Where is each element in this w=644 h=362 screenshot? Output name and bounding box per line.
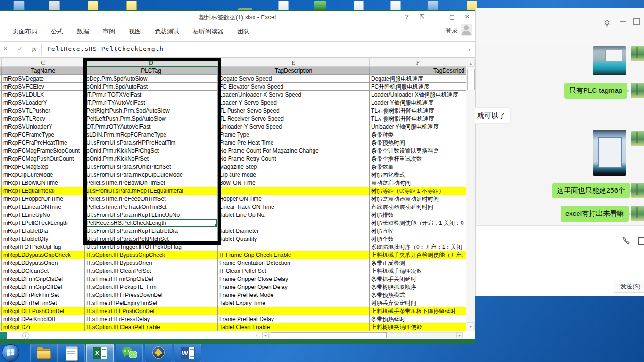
desktop-icon[interactable] bbox=[427, 1, 438, 11]
cell[interactable]: mRcpSVLDULX bbox=[2, 91, 85, 99]
cell[interactable]: TL Receiver Servo Speed bbox=[218, 115, 370, 123]
cell[interactable]: No Frame Count For Magazine Change bbox=[218, 147, 370, 155]
cell[interactable]: 条带抓手关闭延时 bbox=[370, 275, 466, 283]
cell[interactable]: 树脂长短检测使能（开启：1 关闭：0 bbox=[370, 219, 466, 227]
cell[interactable]: UI.sFromUI.sPara.mRcpClpCureMode bbox=[85, 171, 218, 179]
cell[interactable]: IT.sOption.flTFrPressDownDel bbox=[85, 291, 218, 299]
sign-in-link[interactable]: 登录 bbox=[446, 26, 458, 35]
avatar[interactable] bbox=[631, 83, 644, 98]
cell[interactable]: IT.sOption.flTCleanPelEnable bbox=[85, 323, 218, 331]
photo-message[interactable] bbox=[593, 130, 626, 176]
cell[interactable]: Bowl ON Time bbox=[218, 179, 370, 187]
cell[interactable]: mRcpSVLoaderY bbox=[2, 99, 85, 107]
taskbar-item-excel[interactable]: X bbox=[86, 344, 114, 362]
cell[interactable]: mRcpSVTLRecv bbox=[2, 115, 85, 123]
chat-bubble-incoming[interactable]: 就可以了 bbox=[472, 107, 511, 124]
scroll-down-icon[interactable]: ▼ bbox=[467, 322, 475, 330]
header-tagname[interactable]: TagName bbox=[2, 67, 85, 75]
cell[interactable]: 条带预热模式 bbox=[370, 291, 466, 299]
cell[interactable]: 条带正反检测 bbox=[370, 259, 466, 267]
formula-bar-expand-icon[interactable]: ▾ bbox=[468, 47, 471, 52]
cell[interactable] bbox=[218, 243, 370, 251]
cell[interactable]: Magazine Step bbox=[218, 163, 370, 171]
cell[interactable]: mRcpTLEqualinteral bbox=[2, 187, 85, 195]
column-header-f[interactable]: F bbox=[370, 58, 466, 67]
selected-cell[interactable]: PeltRece.sHS.PeltCheckLength bbox=[85, 219, 218, 227]
scrollbar-thumb[interactable] bbox=[467, 69, 475, 90]
cell[interactable]: 条带空推杆重试次数 bbox=[370, 155, 466, 163]
header-plctag[interactable]: PLCTag bbox=[85, 67, 218, 75]
cell[interactable]: 条带树脂抓取顺序 bbox=[370, 283, 466, 291]
cell[interactable]: Frame Gripper Close Delay bbox=[218, 275, 370, 283]
cell[interactable]: 上料机械手夹爪开合检测使能（开启: bbox=[370, 251, 466, 259]
cell[interactable]: Tablet Line Up No. bbox=[218, 211, 370, 219]
cell[interactable]: Hopper ON Time bbox=[218, 195, 370, 203]
cell[interactable]: mRcpLDFrPickTimSet bbox=[2, 291, 85, 299]
cell[interactable]: IT.sTime.rlTFrPressDelay bbox=[85, 315, 218, 323]
cell[interactable]: mRcpLDLFPushOpnDel bbox=[2, 307, 85, 315]
cell[interactable]: Pellet.sTime.rPeBowlOnTimSet bbox=[85, 179, 218, 187]
desktop-icon[interactable] bbox=[13, 1, 25, 11]
cell[interactable]: mRcpFCMagStep bbox=[2, 163, 85, 171]
cell[interactable]: mRcpLDCleanSet bbox=[2, 267, 85, 275]
cell[interactable]: 直线震动器震动延时时间 bbox=[370, 203, 466, 211]
column-header-d[interactable]: D bbox=[85, 58, 218, 67]
column-header-c[interactable]: C bbox=[2, 58, 85, 67]
cell[interactable]: mRcpLDFrRelTimSet bbox=[2, 299, 85, 307]
cell[interactable]: Pellet.sTime.rPeFeedOnTimSet bbox=[85, 195, 218, 203]
avatar[interactable] bbox=[631, 46, 644, 61]
tab-load-test[interactable]: 负载测试 bbox=[154, 25, 180, 38]
cell[interactable]: mRcpTLLineUpNo bbox=[2, 211, 85, 219]
cell[interactable]: pOnld.Prm.rKickNoFrSet bbox=[85, 155, 218, 163]
close-button[interactable]: ✕ bbox=[463, 13, 471, 20]
scrollbar-thumb[interactable] bbox=[271, 332, 387, 338]
cell[interactable]: IT.sOption.flTCleanPelSet bbox=[85, 267, 218, 275]
scroll-up-icon[interactable]: ▲ bbox=[467, 59, 475, 67]
desktop-icon[interactable] bbox=[49, 1, 60, 11]
cell[interactable]: 树脂个数 bbox=[370, 235, 466, 243]
cell[interactable]: mRcpLDFrmGripClsDel bbox=[2, 275, 85, 283]
cell[interactable]: Frame Type bbox=[218, 131, 370, 139]
avatar[interactable] bbox=[631, 131, 644, 146]
maximize-button[interactable]: ▢ bbox=[448, 13, 456, 20]
cell[interactable]: Frame Gripper Open Delay bbox=[218, 283, 370, 291]
scroll-right-icon[interactable]: ► bbox=[456, 332, 463, 338]
cell[interactable]: IT.sOption.flTBypassGripCheck bbox=[85, 251, 218, 259]
tab-formulas[interactable]: 公式 bbox=[50, 25, 64, 38]
cell[interactable] bbox=[218, 307, 370, 315]
cell[interactable]: IT.sTime.rlTFrmGripClsDel bbox=[85, 275, 218, 283]
cell[interactable]: Frame Orientation Detection bbox=[218, 259, 370, 267]
cell[interactable]: UI.sFromUI.sPara.srOnldPitchSet bbox=[85, 163, 218, 171]
cell[interactable]: mRcpClpCureMode bbox=[2, 171, 85, 179]
cell[interactable]: IT.sTime.rlTPelExpiryTimSet bbox=[85, 299, 218, 307]
minimize-button[interactable] bbox=[620, 17, 626, 22]
cell[interactable]: IT Clean Pellet Set bbox=[218, 267, 370, 275]
cell[interactable]: 系统防混批时序（0：开启；1：关闭 bbox=[370, 243, 466, 251]
cell[interactable]: Unloader Y轴伺服电机速度 bbox=[370, 123, 466, 131]
cell[interactable]: mRcpFCMagFrameStopCount bbox=[2, 147, 85, 155]
vertical-scrollbar[interactable]: ▲ ▼ bbox=[466, 58, 475, 331]
scroll-left-icon[interactable]: ◄ bbox=[262, 332, 269, 338]
tab-foxit-reader[interactable]: 福昕阅读器 bbox=[192, 25, 224, 38]
cell[interactable]: 树脂固化模式 bbox=[370, 171, 466, 179]
cell[interactable]: mRcpTLHopperOnTime bbox=[2, 195, 85, 203]
insert-function-icon[interactable]: fx bbox=[32, 45, 36, 53]
scrollbar-grip[interactable]: ⋮ bbox=[255, 333, 259, 337]
cell[interactable]: UI.sFromUI.sPara.srHPPreHeatTim bbox=[85, 139, 218, 147]
desktop-icon[interactable] bbox=[390, 1, 401, 11]
cell[interactable]: pDeg.Prm.SpdAutoSlow bbox=[85, 75, 218, 83]
cell[interactable]: IT.Prm.rITYAutoVelFast bbox=[85, 99, 218, 107]
cell[interactable]: Linear Track ON Time bbox=[218, 203, 370, 211]
cell[interactable]: mRcpLDZi bbox=[2, 323, 85, 331]
tab-review[interactable]: 审阅 bbox=[102, 25, 116, 38]
cell[interactable]: pOnld.Prm.SpdAutoFast bbox=[85, 83, 218, 91]
cell[interactable]: 上料机械手清理次数 bbox=[370, 267, 466, 275]
add-sheet-button[interactable]: + bbox=[22, 332, 29, 339]
cell[interactable]: 树脂盒震动器震动延时时间 bbox=[370, 195, 466, 203]
cell[interactable]: Frame PreHeat Mode bbox=[218, 291, 370, 299]
cell[interactable]: No Frame Retry Count bbox=[218, 155, 370, 163]
desktop-icon[interactable] bbox=[314, 1, 326, 11]
cell[interactable]: mRcpLDBypassGripCheck bbox=[2, 251, 85, 259]
formula-input[interactable]: PeltRece.sHS.PeltCheckLength bbox=[47, 45, 164, 52]
desktop-icon[interactable] bbox=[126, 1, 137, 11]
